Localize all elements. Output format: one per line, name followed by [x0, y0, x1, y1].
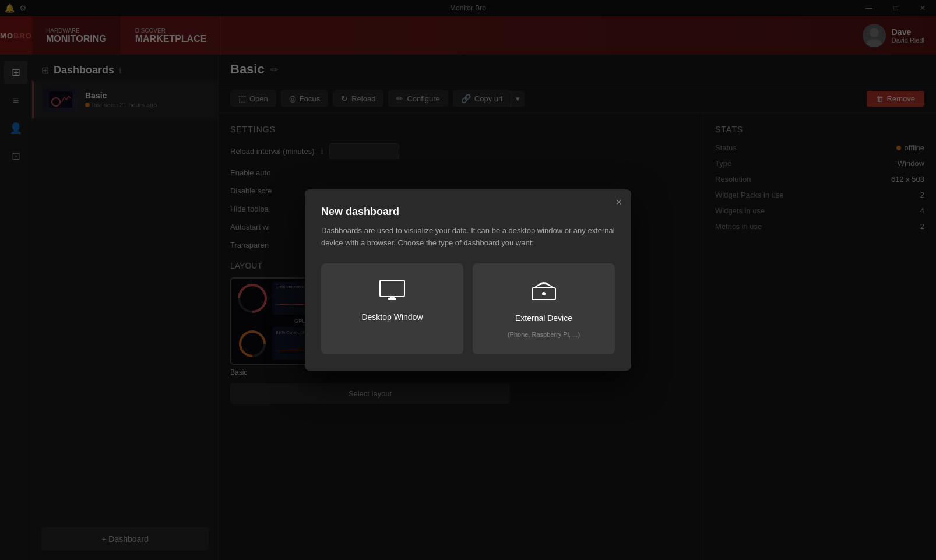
modal-options: Desktop Window External Device (Phone, R…: [321, 263, 615, 354]
desktop-window-label: Desktop Window: [361, 312, 423, 322]
svg-rect-4: [380, 280, 404, 297]
external-device-option[interactable]: External Device (Phone, Raspberry Pi, ..…: [473, 263, 615, 354]
svg-point-8: [542, 292, 546, 295]
modal-close-button[interactable]: ×: [615, 196, 622, 209]
desktop-window-icon: [379, 280, 405, 304]
external-device-icon: [531, 280, 557, 305]
external-device-label: External Device: [515, 314, 572, 323]
modal-overlay: × New dashboard Dashboards are used to v…: [0, 0, 936, 560]
desktop-window-option[interactable]: Desktop Window: [321, 263, 463, 354]
new-dashboard-modal: × New dashboard Dashboards are used to v…: [305, 189, 631, 371]
modal-description: Dashboards are used to visualize your da…: [321, 225, 615, 249]
external-device-sublabel: (Phone, Raspberry Pi, ...): [508, 331, 580, 338]
modal-title: New dashboard: [321, 206, 615, 218]
